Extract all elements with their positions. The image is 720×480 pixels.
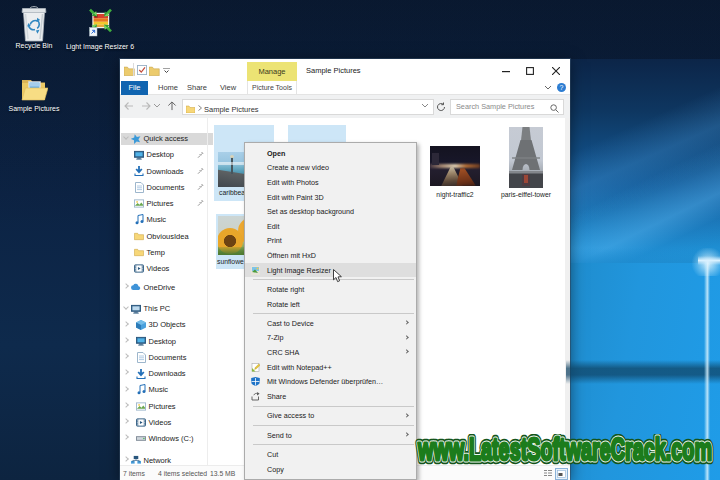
svg-text:?: ? (560, 84, 564, 91)
svg-text:www.LatestSoftwareCrack.com: www.LatestSoftwareCrack.com (417, 434, 712, 467)
